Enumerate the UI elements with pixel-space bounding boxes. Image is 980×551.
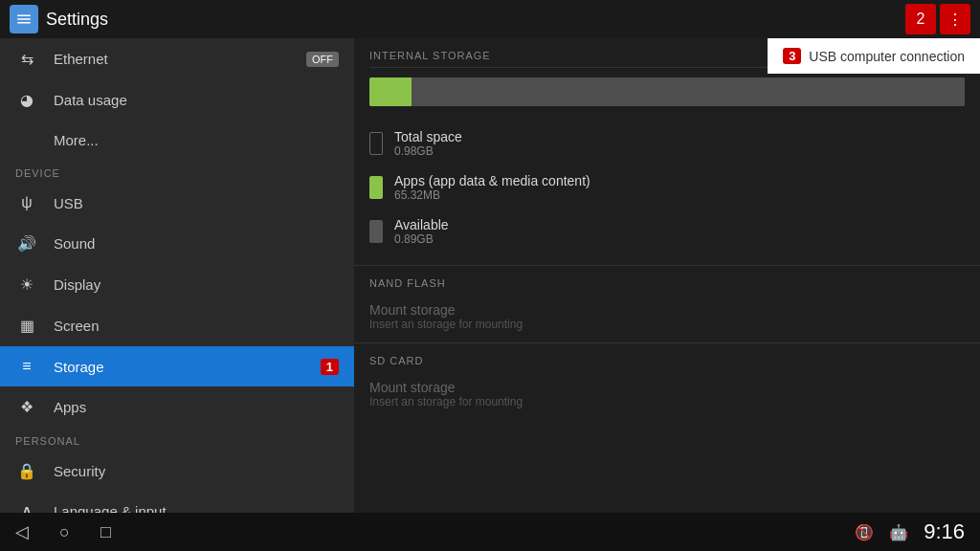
sidebar-label-screen: Screen	[54, 318, 100, 334]
storage-badge: 1	[321, 359, 339, 375]
sidebar-item-storage[interactable]: ≡ Storage 1	[0, 346, 354, 386]
available-color	[369, 220, 383, 243]
storage-bar	[369, 77, 965, 106]
storage-row-total: Total space 0.98GB	[369, 121, 965, 165]
main-layout: ⇆ Ethernet OFF ◕ Data usage More... DEVI…	[0, 38, 980, 513]
sidebar-item-language[interactable]: A Language & input	[0, 492, 354, 513]
sidebar-item-screen[interactable]: ▦ Screen	[0, 305, 354, 346]
top-bar: Settings 2 ⋮	[0, 0, 980, 38]
sidebar-item-usb[interactable]: ψ USB	[0, 183, 354, 223]
recents-button[interactable]: □	[100, 522, 111, 542]
usb-tooltip-label: USB computer connection	[809, 49, 965, 64]
sidebar-item-ethernet[interactable]: ⇆ Ethernet OFF	[0, 38, 354, 79]
sidebar-item-sound[interactable]: 🔊 Sound	[0, 223, 354, 264]
personal-section-label: PERSONAL	[0, 428, 354, 451]
total-text: Total space 0.98GB	[394, 129, 462, 158]
bottom-nav: ◁ ○ □	[15, 521, 111, 542]
apps-icon: ❖	[15, 398, 38, 416]
sidebar-label-language: Language & input	[54, 503, 167, 513]
content-area: INTERNAL STORAGE Total space 0.98GB Apps…	[354, 38, 980, 513]
settings-icon	[10, 5, 38, 33]
sidebar-label-apps: Apps	[54, 399, 86, 415]
sd-mount-item: Mount storage Insert an storage for moun…	[354, 372, 980, 420]
storage-bar-apps-segment	[369, 77, 412, 106]
sidebar-label-more: More...	[54, 132, 99, 148]
apps-color	[369, 176, 383, 199]
top-bar-actions: 2 ⋮	[905, 4, 970, 34]
usb-tooltip-badge: 3	[783, 48, 801, 64]
nand-flash-header: NAND FLASH	[354, 265, 980, 295]
available-label: Available	[394, 217, 449, 232]
sidebar-label-usb: USB	[54, 195, 83, 211]
more-options-button[interactable]: ⋮	[940, 4, 970, 34]
sidebar-label-display: Display	[54, 276, 100, 293]
sidebar-label-storage: Storage	[54, 359, 104, 375]
nand-mount-label: Mount storage	[369, 302, 965, 318]
sidebar-item-data-usage[interactable]: ◕ Data usage	[0, 79, 354, 121]
screen-icon: ▦	[15, 317, 38, 335]
no-sim-icon: 📵	[855, 523, 874, 541]
badge-button[interactable]: 2	[905, 4, 936, 34]
back-button[interactable]: ◁	[15, 521, 29, 542]
app-title: Settings	[46, 10, 108, 30]
app-title-row: Settings	[10, 5, 108, 33]
sidebar-label-data-usage: Data usage	[54, 92, 127, 108]
usb-icon: ψ	[15, 194, 38, 211]
sidebar-label-sound: Sound	[54, 235, 95, 252]
total-label: Total space	[394, 129, 462, 144]
sidebar-label-ethernet: Ethernet	[54, 51, 108, 67]
sidebar-item-security[interactable]: 🔒 Security	[0, 451, 354, 492]
sidebar-item-more[interactable]: More...	[0, 121, 354, 160]
device-section-label: DEVICE	[0, 160, 354, 183]
total-color	[369, 132, 383, 155]
apps-value: 65.32MB	[394, 188, 590, 202]
sd-mount-label: Mount storage	[369, 380, 965, 395]
apps-label: Apps (app data & media content)	[394, 173, 590, 188]
language-icon: A	[15, 504, 38, 514]
ethernet-toggle[interactable]: OFF	[306, 52, 339, 67]
data-usage-icon: ◕	[15, 91, 38, 109]
ethernet-icon: ⇆	[15, 50, 38, 68]
sound-icon: 🔊	[15, 234, 38, 253]
sidebar-item-display[interactable]: ☀ Display	[0, 264, 354, 305]
usb-tooltip: 3 USB computer connection	[768, 38, 980, 74]
nand-mount-item: Mount storage Insert an storage for moun…	[354, 295, 980, 342]
available-value: 0.89GB	[394, 232, 449, 246]
nand-mount-sub: Insert an storage for mounting	[369, 318, 965, 331]
available-text: Available 0.89GB	[394, 217, 449, 246]
display-icon: ☀	[15, 276, 38, 294]
home-button[interactable]: ○	[59, 522, 70, 542]
apps-text: Apps (app data & media content) 65.32MB	[394, 173, 590, 202]
bottom-right: 📵 🤖 9:16	[855, 519, 965, 544]
storage-row-apps: Apps (app data & media content) 65.32MB	[369, 165, 965, 209]
sidebar: ⇆ Ethernet OFF ◕ Data usage More... DEVI…	[0, 38, 354, 513]
storage-row-available: Available 0.89GB	[369, 209, 965, 253]
security-icon: 🔒	[15, 462, 38, 480]
sidebar-item-apps[interactable]: ❖ Apps	[0, 386, 354, 428]
clock: 9:16	[924, 519, 965, 544]
android-icon: 🤖	[889, 523, 908, 541]
storage-bar-used-segment	[412, 77, 965, 106]
sidebar-label-security: Security	[54, 463, 105, 479]
sd-card-header: SD CARD	[354, 342, 980, 372]
total-value: 0.98GB	[394, 144, 462, 158]
bottom-bar: ◁ ○ □ 📵 🤖 9:16	[0, 513, 980, 551]
sd-mount-sub: Insert an storage for mounting	[369, 395, 965, 408]
storage-icon: ≡	[15, 358, 38, 375]
